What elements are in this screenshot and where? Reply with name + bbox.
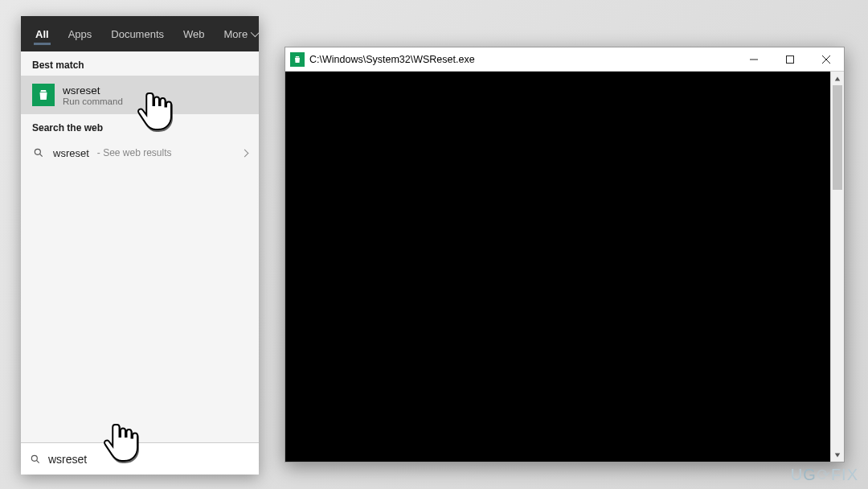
start-search-panel: All Apps Documents Web More Best match w… xyxy=(21,16,259,475)
search-icon xyxy=(32,146,45,159)
search-box[interactable] xyxy=(21,442,259,475)
console-window: C:\Windows\System32\WSReset.exe xyxy=(285,47,845,462)
svg-marker-8 xyxy=(835,76,840,80)
best-match-header: Best match xyxy=(21,51,259,76)
web-result-query: wsreset xyxy=(53,147,89,159)
watermark-part: FIX xyxy=(831,466,858,483)
svg-line-1 xyxy=(39,154,42,156)
best-match-title: wsreset xyxy=(63,84,123,97)
watermark: UG⟳FIX xyxy=(791,465,858,484)
tab-more-label: More xyxy=(224,28,248,40)
titlebar[interactable]: C:\Windows\System32\WSReset.exe xyxy=(285,47,844,72)
tab-all[interactable]: All xyxy=(26,20,59,48)
scrollbar-up-button[interactable] xyxy=(831,72,844,85)
tab-web[interactable]: Web xyxy=(174,20,215,48)
store-icon xyxy=(290,52,305,67)
watermark-part: U xyxy=(791,466,803,483)
chevron-down-icon xyxy=(251,28,260,37)
web-result-hint: - See web results xyxy=(97,147,172,158)
chevron-right-icon xyxy=(241,149,249,157)
search-icon xyxy=(29,453,42,466)
best-match-text: wsreset Run command xyxy=(63,84,123,106)
svg-point-2 xyxy=(31,455,37,461)
window-title: C:\Windows\System32\WSReset.exe xyxy=(309,54,735,65)
svg-line-3 xyxy=(36,460,39,462)
web-result-row[interactable]: wsreset - See web results xyxy=(21,138,259,167)
svg-rect-5 xyxy=(786,55,793,63)
console-output[interactable] xyxy=(285,72,830,462)
search-tabs: All Apps Documents Web More xyxy=(21,16,259,51)
scrollbar-down-button[interactable] xyxy=(831,448,844,462)
search-web-header: Search the web xyxy=(21,114,259,138)
scrollbar-track[interactable] xyxy=(831,85,844,448)
window-controls xyxy=(735,47,844,71)
console-body-wrap xyxy=(285,72,844,462)
best-match-result[interactable]: wsreset Run command xyxy=(21,76,259,114)
watermark-part: G xyxy=(803,466,817,483)
svg-marker-9 xyxy=(835,453,840,457)
store-icon xyxy=(32,84,55,106)
svg-point-0 xyxy=(35,149,40,154)
best-match-subtitle: Run command xyxy=(63,97,123,106)
close-button[interactable] xyxy=(808,47,844,71)
scrollbar-thumb[interactable] xyxy=(833,85,842,190)
search-input[interactable] xyxy=(48,453,251,466)
results-body xyxy=(21,167,259,442)
minimize-button[interactable] xyxy=(735,47,772,71)
maximize-button[interactable] xyxy=(772,47,808,71)
tab-documents[interactable]: Documents xyxy=(101,20,174,48)
tab-more[interactable]: More xyxy=(215,20,268,48)
tab-apps[interactable]: Apps xyxy=(59,20,102,48)
vertical-scrollbar[interactable] xyxy=(830,72,844,462)
